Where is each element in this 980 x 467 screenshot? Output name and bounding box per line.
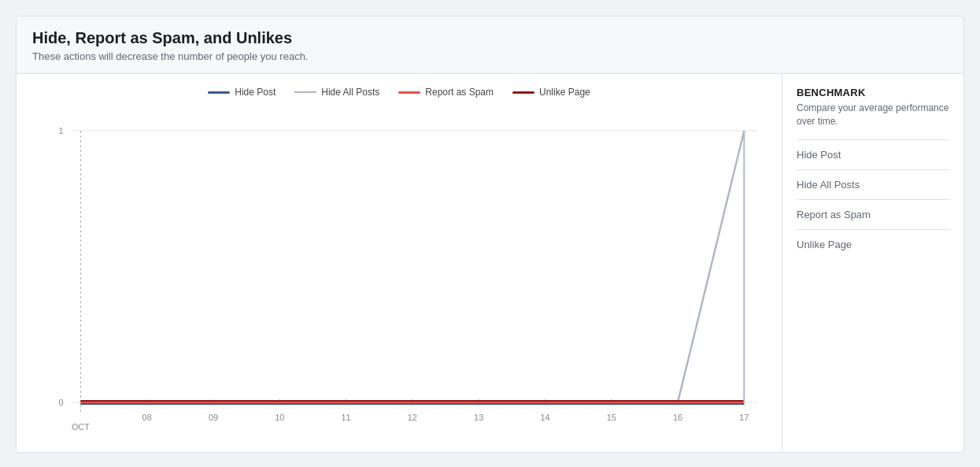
legend-hide-post: Hide Post	[208, 87, 276, 98]
legend-hide-all-posts-line	[294, 91, 316, 93]
svg-text:17: 17	[739, 413, 749, 422]
chart-wrapper: 1 0 OCT 08 09 10	[24, 107, 774, 438]
svg-text:10: 10	[275, 413, 284, 422]
benchmark-item-hide-all-posts: Hide All Posts	[797, 169, 949, 199]
benchmark-sidebar: BENCHMARK Compare your average performan…	[782, 74, 963, 452]
svg-text:OCT: OCT	[72, 422, 90, 432]
chart-svg: 1 0 OCT 08 09 10	[24, 107, 774, 438]
svg-text:08: 08	[142, 413, 152, 422]
svg-text:09: 09	[209, 413, 218, 422]
svg-text:0: 0	[59, 398, 64, 407]
legend-unlike-page-label: Unlike Page	[539, 87, 590, 98]
chart-legend: Hide Post Hide All Posts Report as Spam …	[24, 87, 774, 98]
benchmark-item-report-spam: Report as Spam	[797, 199, 949, 229]
page-title: Hide, Report as Spam, and Unlikes	[32, 29, 948, 47]
benchmark-item-hide-post: Hide Post	[797, 139, 949, 169]
legend-unlike-page-line	[512, 91, 534, 94]
chart-area: Hide Post Hide All Posts Report as Spam …	[17, 74, 782, 452]
svg-text:14: 14	[540, 413, 549, 422]
svg-text:15: 15	[607, 413, 616, 422]
main-content: Hide Post Hide All Posts Report as Spam …	[17, 74, 963, 452]
main-card: Hide, Report as Spam, and Unlikes These …	[16, 16, 964, 453]
svg-text:11: 11	[342, 413, 351, 422]
benchmark-description: Compare your average performance over ti…	[797, 102, 949, 128]
legend-report-spam-label: Report as Spam	[425, 87, 494, 98]
page-subtitle: These actions will decrease the number o…	[32, 50, 948, 62]
legend-hide-all-posts: Hide All Posts	[294, 87, 379, 98]
legend-unlike-page: Unlike Page	[512, 87, 590, 98]
header-section: Hide, Report as Spam, and Unlikes These …	[17, 17, 963, 74]
svg-text:13: 13	[474, 413, 483, 422]
benchmark-item-unlike-page: Unlike Page	[797, 229, 949, 259]
svg-text:12: 12	[408, 413, 417, 422]
svg-text:1: 1	[59, 126, 64, 135]
legend-report-spam-line	[398, 91, 420, 94]
svg-text:16: 16	[673, 413, 682, 422]
benchmark-title: BENCHMARK	[797, 87, 949, 98]
legend-hide-post-label: Hide Post	[235, 87, 276, 98]
hide-all-posts-line	[80, 131, 744, 402]
legend-report-spam: Report as Spam	[398, 87, 494, 98]
legend-hide-all-posts-label: Hide All Posts	[321, 87, 379, 98]
legend-hide-post-line	[208, 91, 230, 94]
